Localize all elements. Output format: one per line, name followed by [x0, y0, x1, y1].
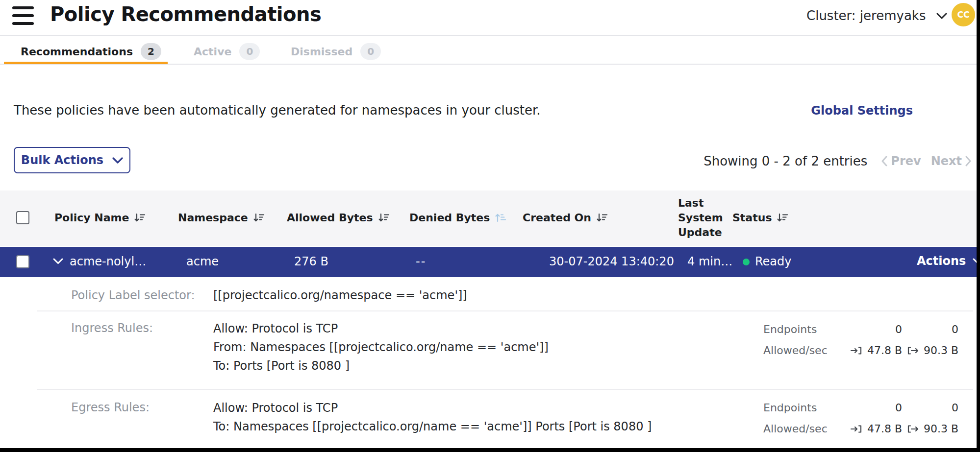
cell-last-system-update: 4 min…	[687, 255, 732, 268]
sort-descending-icon	[377, 212, 390, 224]
column-header-status[interactable]: Status	[732, 210, 788, 225]
egress-allowed-out: 90.3 B	[893, 423, 958, 435]
egress-allowed-in: 47.8 B	[814, 423, 902, 435]
row-checkbox[interactable]	[16, 255, 29, 268]
cluster-label: Cluster: jeremyaks	[806, 8, 926, 23]
ingress-endpoints-out: 0	[893, 323, 958, 335]
value: 90.3 B	[924, 344, 958, 357]
avatar[interactable]: CC	[952, 3, 975, 26]
ingress-allowed-in: 47.8 B	[814, 344, 902, 357]
actions-label: Actions	[917, 254, 966, 268]
sort-descending-icon	[596, 212, 608, 224]
inbound-traffic-icon	[850, 425, 863, 433]
inbound-traffic-icon	[850, 346, 863, 355]
policy-label-selector-value: [[projectcalico.org/namespace == 'acme']…	[213, 288, 467, 302]
tab-dismissed[interactable]: Dismissed 0	[291, 42, 381, 61]
window-edge	[977, 0, 980, 452]
tab-recommendations[interactable]: Recommendations 2	[21, 42, 161, 61]
cell-created-on: 30-07-2024 13:40:20	[549, 255, 674, 268]
rule-line: To: Namespaces [[projectcalico.org/name …	[213, 417, 652, 436]
cell-namespace: acme	[186, 255, 219, 268]
chevron-down-icon	[112, 157, 123, 164]
column-label: Policy Name	[54, 212, 129, 224]
column-header-policy-name[interactable]: Policy Name	[54, 210, 146, 225]
next-page-button[interactable]: Next	[931, 154, 972, 168]
tab-label: Active	[194, 46, 231, 58]
column-label: Status	[732, 212, 772, 224]
row-actions-button[interactable]: Actions	[917, 254, 980, 268]
next-label: Next	[931, 154, 962, 168]
column-header-allowed-bytes[interactable]: Allowed Bytes	[287, 210, 390, 225]
global-settings-link[interactable]: Global Settings	[811, 104, 913, 118]
select-all-checkbox[interactable]	[16, 211, 29, 224]
rule-line: From: Namespaces [[projectcalico.org/nam…	[213, 338, 549, 357]
pagination: Showing 0 - 2 of 2 entries Prev Next	[704, 153, 972, 169]
ingress-rules-content: Allow: Protocol is TCP From: Namespaces …	[213, 319, 549, 375]
ingress-endpoints-in: 0	[814, 323, 902, 335]
showing-entries-text: Showing 0 - 2 of 2 entries	[704, 154, 867, 168]
page-description: These policies have been automatically g…	[14, 103, 541, 118]
sort-descending-icon	[252, 212, 265, 224]
column-header-namespace[interactable]: Namespace	[178, 210, 265, 225]
bulk-actions-label: Bulk Actions	[21, 153, 103, 167]
chevron-right-icon	[965, 156, 972, 167]
prev-page-button[interactable]: Prev	[881, 154, 921, 168]
tab-label: Dismissed	[291, 46, 352, 58]
column-header-last-system-update: Last System Update	[678, 196, 735, 240]
policy-label-selector-label: Policy Label selector:	[71, 288, 195, 302]
tab-count-badge: 2	[141, 43, 161, 60]
tab-count-badge: 0	[239, 43, 260, 60]
tab-active[interactable]: Active 0	[194, 42, 260, 61]
rule-line: Allow: Protocol is TCP	[213, 399, 652, 417]
ingress-allowed-out: 90.3 B	[893, 344, 958, 357]
column-header-denied-bytes[interactable]: Denied Bytes	[409, 210, 506, 225]
egress-endpoints-out: 0	[893, 402, 958, 414]
egress-rules-content: Allow: Protocol is TCP To: Namespaces [[…	[213, 399, 652, 436]
egress-rules-label: Egress Rules:	[71, 401, 150, 414]
detail-divider	[37, 310, 973, 311]
column-header-created-on[interactable]: Created On	[523, 210, 608, 225]
column-label: Denied Bytes	[409, 212, 490, 224]
cell-policy-name: acme-nolyl…	[70, 255, 146, 268]
cell-allowed-bytes: 276 B	[294, 255, 328, 268]
active-tab-underline	[4, 62, 168, 64]
outbound-traffic-icon	[906, 425, 919, 433]
bulk-actions-button[interactable]: Bulk Actions	[14, 147, 130, 173]
sort-ascending-icon	[494, 212, 506, 224]
egress-endpoints-label: Endpoints	[763, 402, 817, 414]
column-label: Created On	[523, 212, 591, 224]
tab-count-badge: 0	[360, 43, 381, 60]
chevron-down-icon	[936, 13, 947, 19]
outbound-traffic-icon	[906, 346, 919, 355]
rule-line: Allow: Protocol is TCP	[213, 319, 549, 338]
column-label: Allowed Bytes	[287, 212, 373, 224]
status-badge: Ready	[755, 255, 792, 268]
window-edge	[0, 448, 980, 452]
prev-label: Prev	[891, 154, 921, 168]
tab-label: Recommendations	[21, 46, 133, 58]
value: 90.3 B	[924, 423, 958, 435]
page-title: Policy Recommendations	[50, 3, 321, 25]
chevron-left-icon	[881, 156, 888, 167]
cluster-switcher[interactable]: Cluster: jeremyaks	[806, 7, 947, 24]
hamburger-icon	[12, 6, 34, 9]
detail-divider	[37, 389, 973, 390]
sort-descending-icon	[776, 212, 788, 224]
egress-endpoints-in: 0	[814, 402, 902, 414]
cell-denied-bytes: --	[416, 255, 426, 268]
ingress-endpoints-label: Endpoints	[763, 323, 817, 335]
ingress-rules-label: Ingress Rules:	[71, 321, 153, 335]
topbar-divider	[0, 35, 980, 36]
status-ready-dot-icon	[743, 259, 750, 265]
avatar-initials: CC	[957, 10, 970, 20]
rule-line: To: Ports [Port is 8080 ]	[213, 357, 549, 375]
sort-descending-icon	[133, 212, 146, 224]
row-expand-chevron-icon[interactable]	[53, 258, 63, 264]
table-row[interactable]	[0, 247, 980, 277]
menu-button[interactable]	[12, 6, 34, 25]
column-label: Namespace	[178, 212, 248, 224]
